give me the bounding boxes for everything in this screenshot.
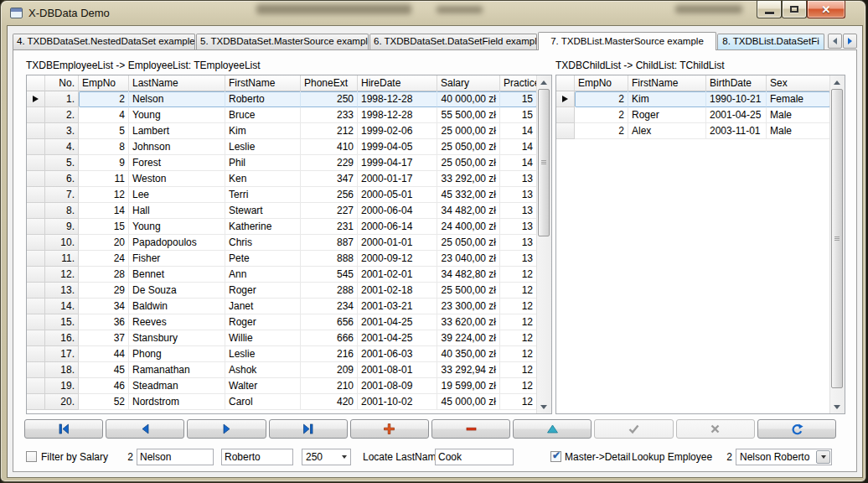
grid-cell[interactable]: 12 — [500, 394, 536, 410]
table-row[interactable]: 14.34BaldwinJanet2342001-03-2123 300,00 … — [27, 299, 536, 314]
lastname-input[interactable] — [137, 449, 214, 465]
grid-cell[interactable]: 45 000,00 zł — [437, 394, 500, 410]
grid-cell[interactable]: 1. — [45, 91, 79, 107]
refresh-button[interactable] — [757, 419, 836, 439]
grid-cell[interactable]: Bruce — [225, 107, 301, 123]
grid-cell[interactable]: 1999-02-06 — [358, 123, 437, 139]
grid-cell[interactable]: 20. — [45, 394, 79, 410]
grid-cell[interactable]: 12 — [500, 283, 536, 299]
row-indicator-cell[interactable] — [27, 251, 45, 267]
grid-cell[interactable]: 2 — [575, 91, 628, 107]
grid-cell[interactable]: 34 482,80 zł — [437, 267, 500, 283]
tab-scroll-right-button[interactable] — [843, 34, 857, 49]
grid-cell[interactable]: Female — [767, 91, 829, 107]
grid-cell[interactable]: 2001-04-25 — [358, 314, 437, 330]
grid-cell[interactable]: 1998-12-28 — [358, 107, 437, 123]
grid-cell[interactable]: 13 — [500, 235, 536, 251]
row-indicator-cell[interactable] — [27, 346, 45, 362]
grid-cell[interactable]: 227 — [301, 203, 358, 219]
grid-cell[interactable]: 2001-04-25 — [706, 107, 767, 123]
scrollbar-thumb[interactable] — [831, 89, 843, 388]
grid-cell[interactable]: 234 — [301, 299, 358, 314]
grid-cell[interactable]: 2. — [45, 107, 79, 123]
grid-cell[interactable]: Willie — [225, 330, 301, 346]
grid-cell[interactable]: Bennet — [129, 267, 225, 283]
grid-cell[interactable]: Alex — [628, 123, 706, 139]
grid-header-cell[interactable]: LastName — [129, 75, 225, 91]
grid-cell[interactable]: Steadman — [129, 378, 225, 394]
grid-indicator-header[interactable] — [556, 75, 575, 91]
table-row[interactable]: 16.37StansburyWillie6662001-04-2539 224,… — [27, 330, 536, 346]
grid-cell[interactable]: Phil — [225, 155, 301, 171]
grid-cell[interactable]: Terri — [225, 187, 301, 203]
grid-cell[interactable]: 46 — [79, 378, 129, 394]
grid-cell[interactable]: 14 — [500, 139, 536, 155]
tab-6[interactable]: 6. TXDBDataSet.DataSetField example — [369, 34, 537, 49]
grid-cell[interactable]: 887 — [301, 235, 358, 251]
row-indicator-cell[interactable] — [27, 187, 45, 203]
row-indicator-cell[interactable] — [27, 139, 45, 155]
edit-button[interactable] — [513, 419, 592, 439]
row-indicator-cell[interactable] — [27, 362, 45, 378]
grid-cell[interactable]: Stansbury — [129, 330, 225, 346]
grid-cell[interactable]: 288 — [301, 283, 358, 299]
grid-cell[interactable]: 13 — [500, 171, 536, 187]
insert-button[interactable] — [350, 419, 429, 439]
grid-cell[interactable]: 23 300,00 zł — [437, 299, 500, 314]
grid-cell[interactable]: 1999-04-05 — [358, 139, 437, 155]
grid-cell[interactable]: 10. — [45, 235, 79, 251]
row-indicator-cell[interactable] — [27, 394, 45, 410]
grid-cell[interactable]: Roger — [225, 283, 301, 299]
row-indicator-cell[interactable] — [27, 314, 45, 330]
grid-cell[interactable]: 2000-06-04 — [358, 203, 437, 219]
grid-cell[interactable]: 15 — [500, 107, 536, 123]
grid-cell[interactable]: 4 — [79, 107, 129, 123]
grid-cell[interactable]: 16. — [45, 330, 79, 346]
grid-cell[interactable]: Ken — [225, 171, 301, 187]
grid-cell[interactable]: Hall — [129, 203, 225, 219]
grid-cell[interactable]: 9 — [79, 155, 129, 171]
grid-cell[interactable]: 888 — [301, 251, 358, 267]
row-indicator-cell[interactable] — [27, 283, 45, 299]
grid-header-cell[interactable]: HireDate — [358, 75, 437, 91]
grid-cell[interactable]: 1998-12-28 — [358, 91, 437, 107]
grid-cell[interactable]: 2001-10-02 — [358, 394, 437, 410]
grid-cell[interactable]: 2 — [575, 123, 628, 139]
table-row[interactable]: 8.14HallStewart2272000-06-0434 482,00 zł… — [27, 203, 536, 219]
grid-cell[interactable]: Roger — [225, 314, 301, 330]
grid-cell[interactable]: Phong — [129, 346, 225, 362]
scrollbar-thumb[interactable] — [538, 89, 550, 236]
grid-cell[interactable]: 52 — [79, 394, 129, 410]
grid-cell[interactable]: 25 050,00 zł — [437, 139, 500, 155]
table-row[interactable]: 1.2NelsonRoberto2501998-12-2840 000,00 z… — [27, 91, 536, 107]
first-button[interactable] — [24, 419, 103, 439]
scroll-up-icon[interactable] — [537, 75, 550, 89]
employee-grid-scrollbar[interactable] — [536, 75, 551, 413]
prior-button[interactable] — [106, 419, 184, 439]
grid-cell[interactable]: 1999-04-17 — [358, 155, 437, 171]
grid-cell[interactable]: 12 — [500, 314, 536, 330]
grid-cell[interactable]: 8. — [45, 203, 79, 219]
locate-input[interactable] — [435, 449, 514, 465]
grid-cell[interactable]: 7. — [45, 187, 79, 203]
grid-header-cell[interactable]: EmpNo — [79, 75, 129, 91]
grid-cell[interactable]: Ann — [225, 267, 301, 283]
row-indicator-cell[interactable] — [27, 299, 45, 314]
grid-header-cell[interactable]: Salary — [437, 75, 500, 91]
grid-cell[interactable]: 4. — [45, 139, 79, 155]
grid-cell[interactable]: 12 — [79, 187, 129, 203]
grid-header-cell[interactable]: FirstName — [628, 75, 706, 91]
table-row[interactable]: 18.45RamanathanAshok2092001-08-0133 292,… — [27, 362, 536, 378]
grid-cell[interactable]: 55 500,00 zł — [437, 107, 500, 123]
table-row[interactable]: 2.4YoungBruce2331998-12-2855 500,00 zł15 — [27, 107, 536, 123]
tab-8[interactable]: 8. TXDBList.DataSetFi — [717, 34, 824, 49]
grid-cell[interactable]: 40 350,00 zł — [437, 346, 500, 362]
last-button[interactable] — [269, 419, 348, 439]
grid-cell[interactable]: Pete — [225, 251, 301, 267]
grid-cell[interactable]: 12. — [45, 267, 79, 283]
table-row[interactable]: 2Roger2001-04-25Male — [556, 107, 829, 123]
grid-cell[interactable]: 216 — [301, 346, 358, 362]
table-row[interactable]: 13.29De SouzaRoger2882001-02-1825 500,00… — [27, 283, 536, 299]
grid-cell[interactable]: 39 224,00 zł — [437, 330, 500, 346]
grid-cell[interactable]: 347 — [301, 171, 358, 187]
